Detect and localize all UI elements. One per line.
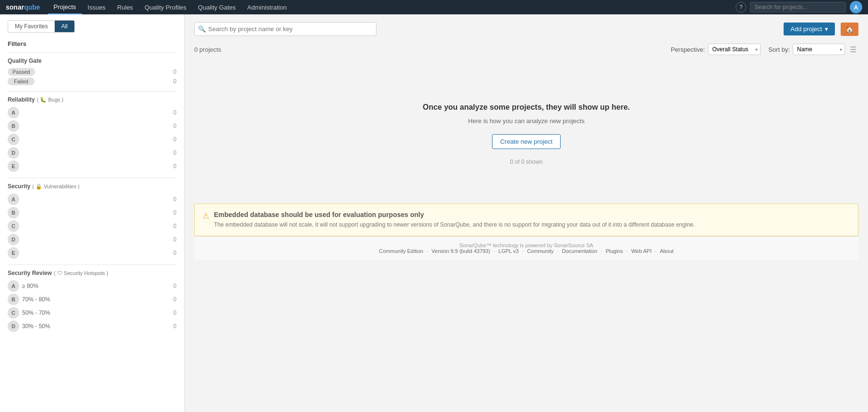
nav-administration[interactable]: Administration bbox=[242, 0, 293, 14]
reliability-title: Reliability ( 🐛 Bugs ) bbox=[8, 96, 176, 103]
grade-badge-security-review-A[interactable]: A bbox=[8, 280, 19, 292]
footer-brand: SonarQube™ technology is powered by Sona… bbox=[194, 242, 858, 248]
project-search-wrap: 🔍 bbox=[194, 22, 376, 36]
grade-badge-security-review-B[interactable]: B bbox=[8, 294, 19, 305]
add-project-button[interactable]: Add project ▾ bbox=[784, 23, 835, 35]
create-project-button[interactable]: Create new project bbox=[492, 134, 561, 149]
security-review-D-range: 30% - 50% bbox=[22, 323, 50, 330]
brand-sonar: sonar bbox=[6, 3, 24, 11]
divider-4 bbox=[8, 264, 176, 265]
sort-select[interactable]: Name Analysis Date Lines of Code bbox=[793, 44, 845, 55]
grade-badge-reliability-E[interactable]: E bbox=[8, 160, 19, 172]
sidebar: My Favorites All Filters Quality Gate Pa… bbox=[0, 14, 185, 412]
security-review-C-row: C 50% - 70% 0 bbox=[8, 306, 176, 320]
grade-badge-security-A[interactable]: A bbox=[8, 194, 19, 205]
footer-about-link[interactable]: About bbox=[660, 248, 674, 254]
reliability-C-count: 0 bbox=[173, 136, 176, 143]
user-avatar[interactable]: A bbox=[850, 1, 862, 13]
main-content: 🔍 Add project ▾ 🏠 0 projects Perspective… bbox=[185, 14, 868, 412]
security-E-row: E 0 bbox=[8, 246, 176, 260]
passed-badge[interactable]: Passed bbox=[8, 68, 35, 76]
failed-badge[interactable]: Failed bbox=[8, 78, 35, 85]
divider-2 bbox=[8, 91, 176, 92]
view-toggle-button[interactable]: ☰ bbox=[848, 44, 858, 55]
nav-issues[interactable]: Issues bbox=[82, 0, 112, 14]
grade-badge-reliability-D[interactable]: D bbox=[8, 147, 19, 159]
security-review-B-count: 0 bbox=[173, 296, 176, 303]
reliability-A-row: A 0 bbox=[8, 106, 176, 119]
quality-gate-title: Quality Gate bbox=[8, 57, 176, 64]
all-button[interactable]: All bbox=[55, 21, 74, 32]
empty-state-subtitle: Here is how you can analyze new projects bbox=[468, 117, 585, 125]
divider-1 bbox=[8, 52, 176, 53]
grade-badge-security-C[interactable]: C bbox=[8, 220, 19, 232]
top-controls: 🔍 Add project ▾ 🏠 bbox=[194, 22, 858, 36]
grade-badge-security-review-C[interactable]: C bbox=[8, 307, 19, 319]
grade-badge-security-D[interactable]: D bbox=[8, 234, 19, 245]
footer-docs-link[interactable]: Documentation bbox=[562, 248, 598, 254]
footer-lgpl-link[interactable]: LGPL v3 bbox=[498, 248, 518, 254]
perspective-select-wrap: Overall Status New Code bbox=[708, 44, 761, 55]
security-E-count: 0 bbox=[173, 250, 176, 256]
brand-logo: sonarqube bbox=[6, 3, 40, 11]
footer-community-link[interactable]: Community bbox=[527, 248, 554, 254]
footer-links: Community Edition · Version 9.9 (build 4… bbox=[194, 248, 858, 254]
reliability-E-count: 0 bbox=[173, 163, 176, 170]
divider-3 bbox=[8, 178, 176, 178]
reliability-C-row: C 0 bbox=[8, 133, 176, 146]
grade-badge-reliability-A[interactable]: A bbox=[8, 107, 19, 118]
filters-title: Filters bbox=[8, 40, 176, 47]
home-button[interactable]: 🏠 bbox=[841, 23, 858, 36]
my-favorites-button[interactable]: My Favorites bbox=[8, 21, 55, 32]
footer-plugins-link[interactable]: Plugins bbox=[606, 248, 623, 254]
security-A-count: 0 bbox=[173, 196, 176, 203]
grade-badge-reliability-C[interactable]: C bbox=[8, 134, 19, 145]
security-review-B-range: 70% - 80% bbox=[22, 296, 50, 303]
help-button[interactable]: ? bbox=[736, 2, 746, 12]
quality-gate-passed-row: Passed 0 bbox=[8, 67, 176, 77]
security-review-A-range: ≥ 80% bbox=[22, 283, 38, 289]
nav-quality-profiles[interactable]: Quality Profiles bbox=[139, 0, 192, 14]
reliability-B-row: B 0 bbox=[8, 119, 176, 133]
shown-count: 0 of 0 shown bbox=[510, 159, 542, 165]
security-review-title: Security Review ( 🛡 Security Hotspots ) bbox=[8, 270, 176, 276]
nav-quality-gates[interactable]: Quality Gates bbox=[192, 0, 242, 14]
warning-icon: ⚠ bbox=[202, 211, 209, 229]
security-C-row: C 0 bbox=[8, 219, 176, 233]
passed-count: 0 bbox=[173, 69, 176, 75]
nav-projects[interactable]: Projects bbox=[48, 0, 82, 14]
sort-control: Sort by: Name Analysis Date Lines of Cod… bbox=[768, 44, 858, 55]
security-review-A-row: A ≥ 80% 0 bbox=[8, 279, 176, 293]
security-review-C-count: 0 bbox=[173, 309, 176, 316]
reliability-A-count: 0 bbox=[173, 109, 176, 116]
brand-qube: qube bbox=[24, 3, 40, 11]
security-review-D-row: D 30% - 50% 0 bbox=[8, 320, 176, 333]
footer-webapi-link[interactable]: Web API bbox=[631, 248, 652, 254]
project-search-input[interactable] bbox=[194, 22, 376, 36]
security-title: Security ( 🔒 Vulnerabilities ) bbox=[8, 183, 176, 190]
security-A-row: A 0 bbox=[8, 193, 176, 206]
perspective-select[interactable]: Overall Status New Code bbox=[708, 44, 761, 55]
security-review-A-count: 0 bbox=[173, 283, 176, 289]
empty-state: Once you analyze some projects, they wil… bbox=[194, 65, 858, 184]
search-icon: 🔍 bbox=[198, 25, 206, 33]
reliability-E-row: E 0 bbox=[8, 160, 176, 173]
grade-badge-reliability-B[interactable]: B bbox=[8, 120, 19, 132]
grade-badge-security-E[interactable]: E bbox=[8, 247, 19, 259]
reliability-D-row: D 0 bbox=[8, 146, 176, 160]
project-count: 0 projects bbox=[194, 46, 221, 53]
grade-badge-security-B[interactable]: B bbox=[8, 207, 19, 218]
security-D-count: 0 bbox=[173, 236, 176, 243]
nav-rules[interactable]: Rules bbox=[111, 0, 139, 14]
footer-edition-link[interactable]: Community Edition bbox=[379, 248, 423, 254]
navbar: sonarqube Projects Issues Rules Quality … bbox=[0, 0, 868, 14]
security-C-count: 0 bbox=[173, 223, 176, 229]
grade-badge-security-review-D[interactable]: D bbox=[8, 320, 19, 332]
failed-count: 0 bbox=[173, 78, 176, 85]
footer-version-link[interactable]: Version 9.9 (build 43793) bbox=[432, 248, 490, 254]
warning-text: The embedded database will not scale, it… bbox=[214, 220, 695, 229]
security-B-count: 0 bbox=[173, 209, 176, 216]
favorites-toggle: My Favorites All bbox=[8, 20, 75, 33]
quality-gate-failed-row: Failed 0 bbox=[8, 77, 176, 86]
global-search-input[interactable] bbox=[750, 2, 846, 12]
